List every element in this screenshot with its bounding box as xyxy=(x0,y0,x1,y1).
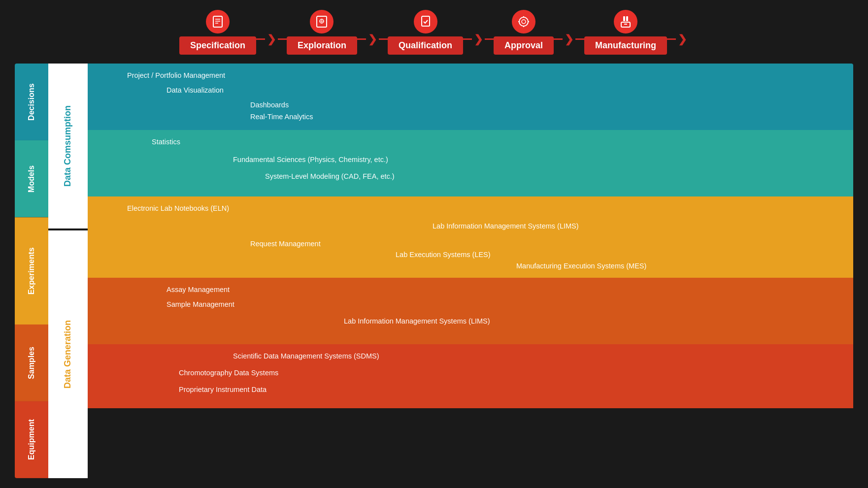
svg-point-9 xyxy=(519,17,528,26)
item-request-management: Request Management xyxy=(250,240,321,248)
samples-row-label: Samples xyxy=(15,325,48,401)
connector-9 xyxy=(667,38,676,40)
item-lims-exp: Lab Information Management Systems (LIMS… xyxy=(433,222,579,230)
qualification-icon xyxy=(414,10,437,33)
item-sdms: Scientific Data Management Systems (SDMS… xyxy=(233,352,379,360)
data-consumption-label: Data Comsumption xyxy=(63,105,73,187)
equipment-row-label: Equipment xyxy=(15,401,48,478)
pipeline-step-qualification: Qualification xyxy=(388,10,463,55)
equipment-content-row: Scientific Data Management Systems (SDMS… xyxy=(88,344,853,408)
item-eln: Electronic Lab Notebooks (ELN) xyxy=(127,204,229,212)
item-realtime-analytics: Real-Time Analytics xyxy=(250,113,313,121)
item-les: Lab Execution Systems (LES) xyxy=(396,251,491,259)
data-generation-label-wrap: Data Generation xyxy=(48,230,88,478)
svg-rect-16 xyxy=(626,16,628,21)
item-assay-management: Assay Management xyxy=(167,286,230,293)
connector-4 xyxy=(379,38,388,40)
pipeline-step-manufacturing: Manufacturing xyxy=(584,10,667,55)
models-content-row: Statistics Fundamental Sciences (Physics… xyxy=(88,130,853,196)
pipeline-step-approval: Approval xyxy=(494,10,554,55)
item-data-visualization: Data Visualization xyxy=(167,86,224,94)
decisions-row-label: Decisions xyxy=(15,64,48,140)
item-project-portfolio: Project / Portfolio Management xyxy=(127,71,225,79)
models-row-label: Models xyxy=(15,140,48,217)
item-dashboards: Dashboards xyxy=(250,101,289,109)
connector-3 xyxy=(357,38,366,40)
connector-1 xyxy=(256,38,265,40)
main-grid: Decisions Models Experiments Samples Equ… xyxy=(15,64,853,478)
manufacturing-icon xyxy=(614,10,637,33)
exploration-label: Exploration xyxy=(287,36,357,55)
item-statistics: Statistics xyxy=(152,138,180,146)
specification-icon xyxy=(206,10,230,33)
svg-rect-15 xyxy=(623,16,625,21)
row-labels: Decisions Models Experiments Samples Equ… xyxy=(15,64,48,478)
connector-5 xyxy=(463,38,472,40)
svg-rect-8 xyxy=(422,16,430,26)
approval-icon xyxy=(512,10,535,33)
data-generation-label: Data Generation xyxy=(63,320,73,389)
approval-label: Approval xyxy=(494,36,554,55)
item-sample-management: Sample Management xyxy=(167,300,234,308)
connector-8 xyxy=(575,38,584,40)
item-mes: Manufacturing Execution Systems (MES) xyxy=(516,262,646,270)
experiments-content-row: Electronic Lab Notebooks (ELN) Lab Infor… xyxy=(88,196,853,278)
svg-rect-0 xyxy=(213,16,222,27)
arrow-3: ❯ xyxy=(474,19,483,46)
data-consumption-label-wrap: Data Comsumption xyxy=(48,64,88,228)
item-lims-samples: Lab Information Management Systems (LIMS… xyxy=(344,317,490,325)
pipeline-step-specification: Specification xyxy=(179,10,256,55)
decisions-content-row: Project / Portfolio Management Data Visu… xyxy=(88,64,853,130)
item-fundamental-sciences: Fundamental Sciences (Physics, Chemistry… xyxy=(233,156,388,163)
item-system-level-modeling: System-Level Modeling (CAD, FEA, etc.) xyxy=(265,172,395,180)
arrow-5: ❯ xyxy=(678,19,687,46)
content-area: Project / Portfolio Management Data Visu… xyxy=(88,64,853,478)
experiments-row-label: Experiments xyxy=(15,217,48,325)
qualification-label: Qualification xyxy=(388,36,463,55)
manufacturing-label: Manufacturing xyxy=(584,36,667,55)
connector-7 xyxy=(554,38,563,40)
specification-label: Specification xyxy=(179,36,256,55)
svg-point-10 xyxy=(522,20,526,24)
arrow-2: ❯ xyxy=(368,19,377,46)
connector-2 xyxy=(278,38,287,40)
item-chromatography: Chromotography Data Systems xyxy=(179,369,278,377)
pipeline-step-exploration: Exploration xyxy=(287,10,357,55)
samples-content-row: Assay Management Sample Management Lab I… xyxy=(88,278,853,344)
arrow-1: ❯ xyxy=(267,19,276,46)
center-label-column: Data Comsumption Data Generation xyxy=(48,64,88,478)
pipeline-header: Specification ❯ Exploration ❯ Qual xyxy=(15,10,853,55)
item-proprietary-instrument: Proprietary Instrument Data xyxy=(179,386,267,393)
connector-6 xyxy=(485,38,494,40)
arrow-4: ❯ xyxy=(565,19,573,46)
exploration-icon xyxy=(310,10,334,33)
